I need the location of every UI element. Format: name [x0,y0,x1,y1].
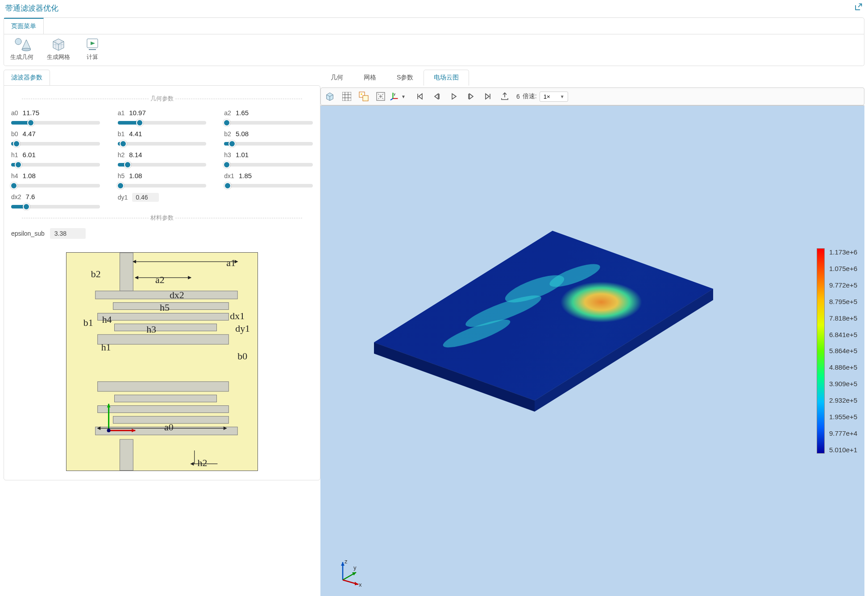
param-h4-value: 1.08 [23,172,36,179]
efield-viewport[interactable]: z y x 1.173e+61.075e+69.772e+58.795e+57.… [320,105,864,596]
param-b1-label: b1 [118,130,125,138]
compute-button[interactable]: 计算 [79,37,106,61]
param-a0-slider[interactable] [11,121,100,125]
svg-rect-13 [98,406,229,413]
param-a0-value: 11.75 [23,109,40,117]
efield-slab [343,150,731,463]
epsilon-label: epsilon_sub [11,230,45,237]
param-h2-slider[interactable] [118,163,207,167]
grid-icon[interactable] [339,89,355,104]
playback-prev-icon[interactable] [429,89,445,104]
mat-section-label: 材料参数 [11,214,313,222]
fit-view-icon[interactable] [373,89,389,104]
generate-mesh-button[interactable]: 生成网格 [42,37,75,61]
svg-line-44 [390,99,393,100]
generate-mesh-label: 生成网格 [47,53,70,61]
svg-rect-6 [96,291,238,299]
tab-efield[interactable]: 电场云图 [424,70,469,86]
legend-tick: 3.909e+5 [829,380,857,388]
legend-tick: 1.075e+6 [829,265,857,272]
param-dx2-label: dx2 [11,193,21,200]
svg-rect-8 [98,313,229,321]
svg-rect-5 [120,439,133,471]
svg-text:x: x [359,581,362,587]
epsilon-input[interactable]: 3.38 [50,228,86,239]
playback-play-icon[interactable] [446,89,462,104]
export-icon[interactable] [497,89,513,104]
svg-point-0 [15,38,21,45]
svg-text:b2: b2 [91,268,101,279]
param-dy1-input[interactable]: 0.46 [132,193,159,202]
svg-rect-7 [113,303,229,310]
cone-sphere-icon [13,37,31,51]
legend-tick: 5.010e+1 [829,446,857,454]
svg-text:b0: b0 [237,350,247,362]
tab-mesh[interactable]: 网格 [353,70,386,86]
param-b0-label: b0 [11,130,18,138]
param-b0-slider[interactable] [11,142,100,146]
param-a1-slider[interactable] [118,121,207,125]
playback-next-icon[interactable] [463,89,479,104]
legend-tick: 6.841e+5 [829,331,857,338]
legend-tick: 5.864e+5 [829,347,857,354]
viewport-toolbar: y▼ 6 倍速: 1× [320,88,864,105]
compute-icon [83,37,101,51]
generate-geometry-button[interactable]: 生成几何 [6,37,38,61]
param-h4-slider[interactable] [11,184,100,188]
filter-schematic: a1 b2 a2 dx2 h5 dx1 b1 h4 dy1 h3 h1 b0 [11,252,313,471]
param-a1-value: 10.97 [129,109,146,117]
svg-text:dx1: dx1 [230,310,245,321]
speed-select[interactable]: 1× [540,92,568,102]
svg-text:a2: a2 [155,274,165,285]
filter-params-tab[interactable]: 滤波器参数 [4,70,50,85]
svg-text:h4: h4 [102,314,112,325]
param-h4-label: h4 [11,172,18,179]
tab-geom[interactable]: 几何 [320,70,353,86]
plot-table-icon[interactable] [356,89,372,104]
speed-label: 倍速: [523,92,537,100]
svg-text:z: z [345,558,348,565]
param-b2-slider[interactable] [224,142,313,146]
param-h1-value: 6.01 [23,151,36,158]
tab-sparam[interactable]: S参数 [386,70,424,86]
param-dx1-slider[interactable] [224,184,313,188]
svg-text:y: y [394,92,395,96]
param-h5-slider[interactable] [118,184,207,188]
playback-first-icon[interactable] [412,89,428,104]
param-h1-slider[interactable] [11,163,100,167]
axes-triad: z y x [334,555,365,588]
param-a2-slider[interactable] [224,121,313,125]
param-h2-value: 8.14 [129,151,142,158]
param-a2-value: 1.65 [236,109,249,117]
svg-rect-10 [98,334,229,344]
param-h5-value: 1.08 [129,172,142,179]
param-h3-slider[interactable] [224,163,313,167]
page-menu-tab[interactable]: 页面菜单 [4,18,44,34]
svg-text:h1: h1 [101,342,111,353]
param-a2-label: a2 [224,109,231,117]
svg-rect-11 [98,382,229,392]
svg-point-18 [107,429,111,432]
param-h5-label: h5 [118,172,125,179]
param-h1-label: h1 [11,151,18,158]
param-dy1-label: dy1 [118,194,128,201]
legend-tick: 8.795e+5 [829,298,857,305]
svg-text:h2: h2 [198,457,208,468]
svg-text:a0: a0 [164,421,174,433]
legend-tick: 9.777e+4 [829,429,857,437]
svg-point-1 [22,48,31,51]
svg-text:h3: h3 [146,324,156,335]
open-external-icon[interactable] [854,3,863,14]
view-cube-icon[interactable] [322,89,338,104]
svg-rect-12 [114,395,216,402]
colorbar-legend: 1.173e+61.075e+69.772e+58.795e+57.818e+5… [817,248,857,454]
svg-point-40 [361,93,362,95]
param-a1-label: a1 [118,109,125,117]
param-h2-label: h2 [118,151,125,158]
axes-menu-icon[interactable]: y▼ [390,89,406,104]
param-b0-value: 4.47 [23,130,36,138]
param-dx2-slider[interactable] [11,205,100,208]
param-b1-slider[interactable] [118,142,207,146]
svg-text:dy1: dy1 [235,323,250,334]
playback-last-icon[interactable] [480,89,496,104]
